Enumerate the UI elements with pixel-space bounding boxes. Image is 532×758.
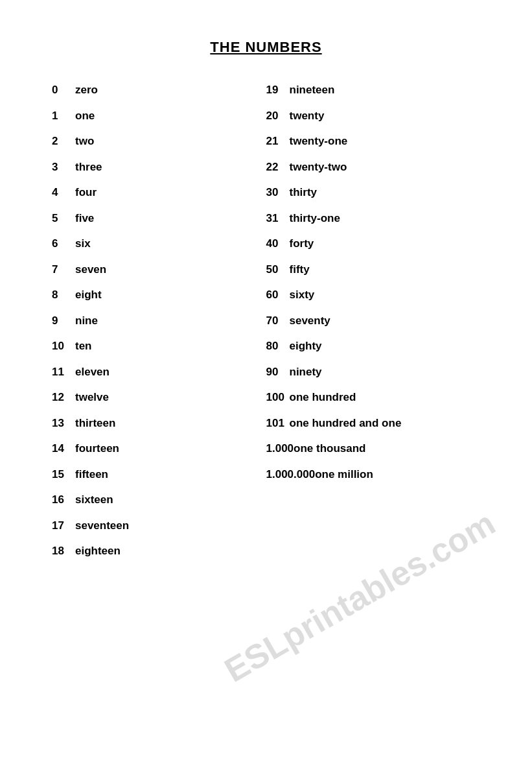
number-digit: 2 [52, 133, 75, 150]
list-item: 14fourteen [52, 440, 266, 457]
number-digit: 22 [266, 159, 290, 176]
number-digit: 19 [266, 82, 290, 99]
number-digit: 1.000 [266, 440, 294, 457]
number-digit: 0 [52, 82, 75, 99]
list-item: 16sixteen [52, 492, 266, 508]
number-digit: 101 [266, 415, 290, 432]
number-digit: 5 [52, 210, 75, 227]
list-item: 40forty [266, 235, 481, 252]
number-digit: 8 [52, 287, 75, 303]
number-word: two [75, 133, 94, 150]
list-item: 18eighteen [52, 543, 266, 560]
number-word: fourteen [75, 440, 119, 457]
number-word: nineteen [290, 82, 335, 99]
list-item: 2two [52, 133, 266, 150]
list-item: 0zero [52, 82, 266, 99]
list-item: 19nineteen [266, 82, 481, 99]
number-digit: 3 [52, 159, 75, 176]
numbers-container: 0zero1one2two3three4four5five6six7seven8… [52, 82, 480, 569]
number-digit: 13 [52, 415, 75, 432]
number-digit: 30 [266, 184, 290, 201]
list-item: 7seven [52, 261, 266, 278]
number-digit: 40 [266, 235, 290, 252]
number-digit: 1.000.000 [266, 466, 316, 483]
number-word: one hundred and one [290, 415, 402, 432]
number-word: twelve [75, 389, 109, 406]
number-digit: 80 [266, 338, 290, 355]
page-title: THE NUMBERS [52, 39, 480, 56]
number-word: thirty [290, 184, 318, 201]
number-word: five [75, 210, 94, 227]
number-digit: 17 [52, 517, 75, 534]
list-item: 101one hundred and one [266, 415, 481, 432]
number-digit: 90 [266, 364, 290, 381]
number-word: seven [75, 261, 106, 278]
number-digit: 10 [52, 338, 75, 355]
number-word: seventy [290, 313, 330, 329]
number-word: ninety [290, 364, 322, 381]
number-word: three [75, 159, 102, 176]
number-word: fifty [290, 261, 310, 278]
list-item: 6six [52, 235, 266, 252]
number-digit: 31 [266, 210, 290, 227]
list-item: 8eight [52, 287, 266, 303]
number-digit: 4 [52, 184, 75, 201]
list-item: 13thirteen [52, 415, 266, 432]
list-item: 50fifty [266, 261, 481, 278]
number-digit: 15 [52, 466, 75, 483]
number-digit: 6 [52, 235, 75, 252]
list-item: 1.000one thousand [266, 440, 481, 457]
number-digit: 7 [52, 261, 75, 278]
list-item: 80eighty [266, 338, 481, 355]
number-word: fifteen [75, 466, 108, 483]
number-digit: 1 [52, 108, 75, 124]
list-item: 60sixty [266, 287, 481, 303]
list-item: 70seventy [266, 313, 481, 329]
list-item: 5five [52, 210, 266, 227]
list-item: 1one [52, 108, 266, 124]
number-digit: 16 [52, 492, 75, 508]
number-word: ten [75, 338, 92, 355]
number-word: eleven [75, 364, 110, 381]
list-item: 90ninety [266, 364, 481, 381]
list-item: 20twenty [266, 108, 481, 124]
right-column: 19nineteen20twenty21twenty-one22twenty-t… [266, 82, 481, 569]
number-word: twenty-two [290, 159, 347, 176]
list-item: 15fifteen [52, 466, 266, 483]
number-word: sixty [290, 287, 315, 303]
list-item: 17seventeen [52, 517, 266, 534]
number-word: nine [75, 313, 98, 329]
number-word: twenty [290, 108, 325, 124]
number-word: one hundred [290, 389, 356, 406]
number-digit: 20 [266, 108, 290, 124]
number-word: one million [315, 466, 373, 483]
list-item: 4four [52, 184, 266, 201]
number-word: twenty-one [290, 133, 348, 150]
number-word: thirteen [75, 415, 115, 432]
number-word: seventeen [75, 517, 129, 534]
number-digit: 60 [266, 287, 290, 303]
number-word: six [75, 235, 91, 252]
list-item: 10ten [52, 338, 266, 355]
list-item: 11eleven [52, 364, 266, 381]
number-digit: 50 [266, 261, 290, 278]
number-word: one thousand [294, 440, 365, 457]
list-item: 3three [52, 159, 266, 176]
number-digit: 9 [52, 313, 75, 329]
number-word: one [75, 108, 95, 124]
number-digit: 100 [266, 389, 290, 406]
number-word: eight [75, 287, 102, 303]
number-word: thirty-one [290, 210, 340, 227]
list-item: 9nine [52, 313, 266, 329]
number-digit: 21 [266, 133, 290, 150]
number-digit: 70 [266, 313, 290, 329]
list-item: 30thirty [266, 184, 481, 201]
list-item: 12twelve [52, 389, 266, 406]
page: THE NUMBERS 0zero1one2two3three4four5fiv… [0, 0, 532, 758]
number-digit: 12 [52, 389, 75, 406]
list-item: 1.000.000one million [266, 466, 481, 483]
number-word: eighteen [75, 543, 121, 560]
number-digit: 14 [52, 440, 75, 457]
number-word: eighty [290, 338, 322, 355]
left-column: 0zero1one2two3three4four5five6six7seven8… [52, 82, 266, 569]
